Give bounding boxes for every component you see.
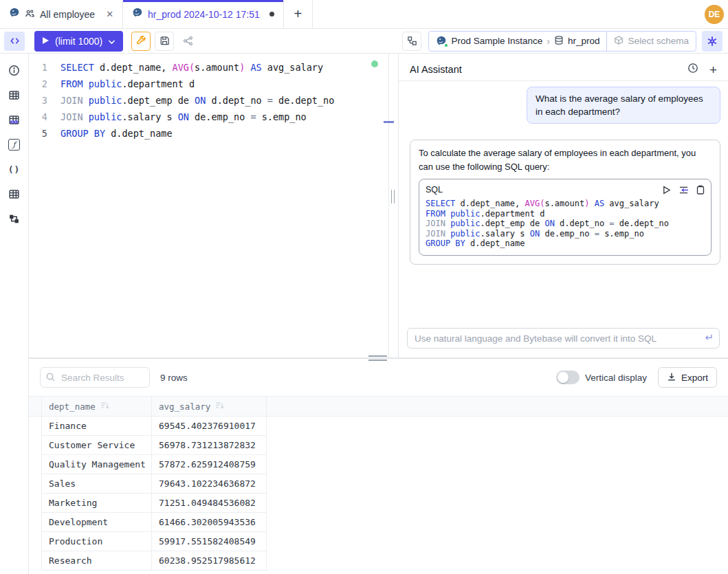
- cell-avg_salary[interactable]: 69545.402376910017: [152, 417, 267, 436]
- ai-response-text: To calculate the average salary of emplo…: [419, 148, 696, 172]
- cell-dept_name[interactable]: Marketing: [41, 494, 152, 513]
- tab-all-employee[interactable]: All employee ✕: [0, 0, 123, 28]
- user-message-bubble: What is the average salary of employees …: [527, 87, 720, 124]
- line-number: 1: [29, 59, 60, 76]
- vertical-display-label: Vertical display: [585, 373, 647, 383]
- procedures-icon[interactable]: (): [0, 157, 29, 181]
- sql-editor[interactable]: 1SELECT d.dept_name, AVG(s.amount) AS av…: [29, 54, 389, 357]
- results-toolbar: 9 rows Vertical display Export: [29, 359, 728, 396]
- download-icon: [667, 372, 676, 384]
- results-panel: 9 rows Vertical display Export dept_name…: [29, 359, 728, 574]
- search-results-input[interactable]: [40, 367, 150, 388]
- code-line: 5GROUP BY d.dept_name: [29, 125, 388, 142]
- views-icon[interactable]: [0, 107, 29, 132]
- results-table-body: Finance69545.402376910017Customer Servic…: [29, 417, 728, 571]
- new-tab-button[interactable]: +: [284, 0, 313, 28]
- table-row[interactable]: Finance69545.402376910017: [29, 417, 728, 436]
- results-resize-handle[interactable]: [368, 355, 387, 361]
- sort-icon[interactable]: [100, 401, 109, 412]
- instance-status-dot: [444, 43, 448, 47]
- upper-split: 1SELECT d.dept_name, AVG(s.amount) AS av…: [29, 54, 728, 357]
- row-count: 9 rows: [160, 373, 188, 383]
- history-clock-icon[interactable]: [687, 63, 698, 76]
- cell-dept_name[interactable]: Development: [41, 513, 152, 532]
- table-row[interactable]: Sales79643.102234636872: [29, 474, 728, 494]
- postgres-icon: [9, 8, 20, 21]
- cell-avg_salary[interactable]: 56978.731213872832: [152, 436, 267, 455]
- table-row[interactable]: Quality Management57872.625912408759: [29, 455, 728, 474]
- cell-dept_name[interactable]: Production: [41, 532, 152, 551]
- cell-avg_salary[interactable]: 71251.049484536082: [152, 494, 267, 513]
- scroll-indicator: [384, 121, 394, 123]
- column-header-avg_salary[interactable]: avg_salary: [152, 397, 267, 416]
- table-row[interactable]: Research60238.952517985612: [29, 551, 728, 571]
- panel-resize-handle[interactable]: [391, 190, 395, 203]
- sort-icon[interactable]: [215, 401, 224, 412]
- ai-input-wrap: ↵: [407, 328, 720, 349]
- functions-icon[interactable]: ƒ: [0, 132, 29, 157]
- chevron-down-icon: [108, 36, 115, 47]
- ai-chat: What is the average salary of employees …: [399, 81, 728, 357]
- postgres-icon: [132, 8, 143, 21]
- copy-code-icon[interactable]: [696, 185, 705, 195]
- insert-into-editor-icon[interactable]: [679, 186, 689, 195]
- ai-header: AI Assistant +: [399, 58, 728, 81]
- cell-dept_name[interactable]: Quality Management: [41, 455, 152, 474]
- people-icon: [25, 8, 35, 21]
- schema-diagram-icon[interactable]: [0, 206, 29, 231]
- instance-database-selector[interactable]: Prod Sample Instance › hr_prod: [429, 32, 606, 51]
- info-icon[interactable]: [0, 58, 29, 82]
- instance-name: Prod Sample Instance: [451, 36, 542, 46]
- cell-avg_salary[interactable]: 60238.952517985612: [152, 551, 267, 571]
- ai-prompt-input[interactable]: [407, 328, 720, 349]
- cell-avg_salary[interactable]: 57872.625912408759: [152, 455, 267, 474]
- tab-hr-prod[interactable]: hr_prod 2024-10-12 17:51: [123, 0, 284, 28]
- column-header-dept_name[interactable]: dept_name: [41, 397, 152, 416]
- new-conversation-icon[interactable]: +: [709, 63, 717, 76]
- user-avatar[interactable]: DE: [705, 5, 724, 24]
- select-schema-button[interactable]: Select schema: [606, 32, 696, 51]
- database-icon: [554, 35, 564, 47]
- code-line: 3JOIN public.dept_emp de ON d.dept_no = …: [29, 92, 388, 109]
- run-query-button[interactable]: (limit 1000): [34, 31, 123, 52]
- code-panel-toggle-button[interactable]: [4, 32, 25, 51]
- batch-query-icon-button[interactable]: [402, 32, 421, 51]
- workspace-body: ƒ () 1SELECT d.dept_name, AVG(s.amount) …: [0, 54, 728, 574]
- table-row[interactable]: Customer Service56978.731213872832: [29, 436, 728, 455]
- code-line: 1SELECT d.dept_name, AVG(s.amount) AS av…: [29, 59, 388, 76]
- cell-avg_salary[interactable]: 59917.551582408549: [152, 532, 267, 551]
- format-wrench-button[interactable]: [131, 32, 151, 51]
- editor-lines: 1SELECT d.dept_name, AVG(s.amount) AS av…: [29, 59, 388, 142]
- export-button[interactable]: Export: [658, 367, 717, 388]
- code-line: 2FROM public.department d: [29, 76, 388, 92]
- vertical-display-toggle[interactable]: [556, 371, 580, 384]
- table-row[interactable]: Marketing71251.049484536082: [29, 494, 728, 513]
- ai-code-card: SQL: [419, 179, 712, 256]
- external-tables-icon[interactable]: [0, 181, 29, 206]
- chevron-right-icon: ›: [547, 36, 550, 47]
- horizontal-divider: [29, 357, 728, 359]
- tables-icon[interactable]: [0, 82, 29, 107]
- return-icon: ↵: [705, 331, 714, 344]
- code-language-label: SQL: [426, 183, 662, 197]
- table-row[interactable]: Development61466.302005943536: [29, 513, 728, 532]
- openai-assistant-button[interactable]: [702, 31, 723, 52]
- results-table-header: dept_nameavg_salary: [29, 396, 728, 417]
- connection-pill: Prod Sample Instance › hr_prod Select sc…: [428, 31, 696, 52]
- cell-dept_name[interactable]: Sales: [41, 474, 152, 494]
- line-number: 3: [29, 92, 60, 109]
- share-icon-button[interactable]: [178, 32, 197, 51]
- cell-dept_name[interactable]: Research: [41, 551, 152, 571]
- cell-avg_salary[interactable]: 61466.302005943536: [152, 513, 267, 532]
- cell-dept_name[interactable]: Finance: [41, 417, 152, 436]
- table-row[interactable]: Production59917.551582408549: [29, 532, 728, 551]
- tab-label: All employee: [40, 9, 95, 20]
- postgres-icon: [436, 36, 447, 47]
- save-sheet-button[interactable]: [155, 32, 174, 51]
- run-code-icon[interactable]: [662, 186, 671, 195]
- cell-avg_salary[interactable]: 79643.102234636872: [152, 474, 267, 494]
- run-label: (limit 1000): [55, 36, 102, 47]
- close-tab-icon[interactable]: ✕: [106, 9, 113, 19]
- cell-dept_name[interactable]: Customer Service: [41, 436, 152, 455]
- search-icon: [45, 372, 56, 385]
